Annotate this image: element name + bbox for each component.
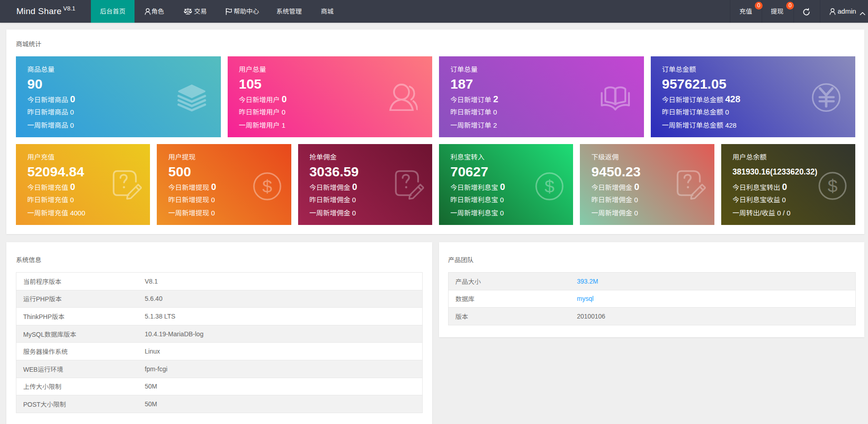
svg-text:$: $ bbox=[828, 176, 838, 196]
svg-text:$: $ bbox=[262, 177, 272, 196]
svg-text:$: $ bbox=[544, 177, 554, 196]
